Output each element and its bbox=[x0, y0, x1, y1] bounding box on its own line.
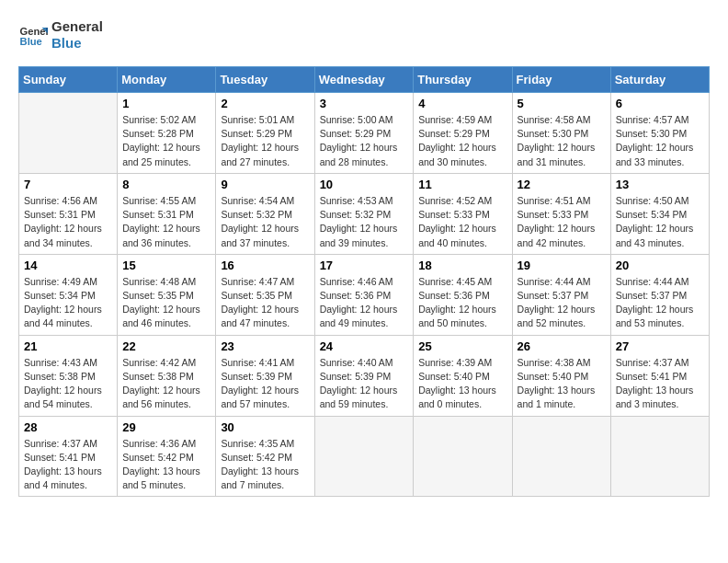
day-number: 14 bbox=[24, 259, 112, 272]
day-info: Sunrise: 4:36 AM Sunset: 5:42 PM Dayligh… bbox=[122, 437, 210, 493]
day-number: 8 bbox=[122, 178, 210, 191]
calendar-cell: 16Sunrise: 4:47 AM Sunset: 5:35 PM Dayli… bbox=[216, 254, 314, 335]
day-number: 22 bbox=[122, 339, 210, 353]
day-info: Sunrise: 4:53 AM Sunset: 5:32 PM Dayligh… bbox=[320, 194, 409, 250]
column-header-wednesday: Wednesday bbox=[314, 67, 414, 93]
day-info: Sunrise: 4:37 AM Sunset: 5:41 PM Dayligh… bbox=[616, 356, 704, 412]
calendar-cell: 10Sunrise: 4:53 AM Sunset: 5:32 PM Dayli… bbox=[314, 173, 414, 254]
calendar-cell: 7Sunrise: 4:56 AM Sunset: 5:31 PM Daylig… bbox=[19, 173, 118, 254]
day-info: Sunrise: 4:38 AM Sunset: 5:40 PM Dayligh… bbox=[518, 356, 606, 412]
day-number: 30 bbox=[221, 420, 309, 434]
day-number: 19 bbox=[518, 259, 606, 272]
day-info: Sunrise: 4:44 AM Sunset: 5:37 PM Dayligh… bbox=[616, 275, 704, 331]
column-header-tuesday: Tuesday bbox=[216, 67, 314, 93]
week-row-2: 7Sunrise: 4:56 AM Sunset: 5:31 PM Daylig… bbox=[19, 173, 710, 254]
svg-text:General: General bbox=[20, 26, 48, 37]
day-info: Sunrise: 5:01 AM Sunset: 5:29 PM Dayligh… bbox=[221, 113, 309, 169]
day-number: 16 bbox=[221, 259, 309, 272]
calendar-cell: 4Sunrise: 4:59 AM Sunset: 5:29 PM Daylig… bbox=[414, 93, 512, 174]
day-info: Sunrise: 4:55 AM Sunset: 5:31 PM Dayligh… bbox=[122, 194, 210, 250]
day-number: 13 bbox=[616, 178, 704, 191]
calendar-cell bbox=[314, 416, 414, 497]
calendar-cell: 25Sunrise: 4:39 AM Sunset: 5:40 PM Dayli… bbox=[414, 335, 512, 416]
day-info: Sunrise: 4:42 AM Sunset: 5:38 PM Dayligh… bbox=[122, 356, 210, 412]
day-number: 28 bbox=[24, 420, 112, 434]
day-info: Sunrise: 4:47 AM Sunset: 5:35 PM Dayligh… bbox=[221, 275, 309, 331]
day-info: Sunrise: 4:37 AM Sunset: 5:41 PM Dayligh… bbox=[24, 437, 112, 493]
day-info: Sunrise: 4:56 AM Sunset: 5:31 PM Dayligh… bbox=[24, 194, 112, 250]
day-info: Sunrise: 4:51 AM Sunset: 5:33 PM Dayligh… bbox=[518, 194, 606, 250]
day-info: Sunrise: 4:54 AM Sunset: 5:32 PM Dayligh… bbox=[221, 194, 309, 250]
day-number: 3 bbox=[320, 97, 409, 110]
page-header: General Blue General Blue bbox=[18, 18, 710, 52]
day-info: Sunrise: 5:00 AM Sunset: 5:29 PM Dayligh… bbox=[320, 113, 409, 169]
calendar-cell: 15Sunrise: 4:48 AM Sunset: 5:35 PM Dayli… bbox=[118, 254, 216, 335]
column-header-monday: Monday bbox=[118, 67, 216, 93]
week-row-1: 1Sunrise: 5:02 AM Sunset: 5:28 PM Daylig… bbox=[19, 93, 710, 174]
day-number: 20 bbox=[616, 259, 704, 272]
calendar-cell: 17Sunrise: 4:46 AM Sunset: 5:36 PM Dayli… bbox=[314, 254, 414, 335]
day-info: Sunrise: 4:50 AM Sunset: 5:34 PM Dayligh… bbox=[616, 194, 704, 250]
day-number: 23 bbox=[221, 339, 309, 353]
day-info: Sunrise: 4:48 AM Sunset: 5:35 PM Dayligh… bbox=[122, 275, 210, 331]
day-info: Sunrise: 4:49 AM Sunset: 5:34 PM Dayligh… bbox=[24, 275, 112, 331]
day-number: 9 bbox=[221, 178, 309, 191]
week-row-3: 14Sunrise: 4:49 AM Sunset: 5:34 PM Dayli… bbox=[19, 254, 710, 335]
day-info: Sunrise: 4:40 AM Sunset: 5:39 PM Dayligh… bbox=[320, 356, 409, 412]
calendar-cell bbox=[19, 93, 118, 174]
day-number: 5 bbox=[518, 97, 606, 110]
day-number: 25 bbox=[418, 339, 506, 353]
day-info: Sunrise: 4:39 AM Sunset: 5:40 PM Dayligh… bbox=[418, 356, 506, 412]
day-info: Sunrise: 4:44 AM Sunset: 5:37 PM Dayligh… bbox=[518, 275, 606, 331]
header-row: SundayMondayTuesdayWednesdayThursdayFrid… bbox=[19, 67, 710, 93]
day-number: 1 bbox=[122, 97, 210, 110]
calendar-cell: 11Sunrise: 4:52 AM Sunset: 5:33 PM Dayli… bbox=[414, 173, 512, 254]
day-number: 2 bbox=[221, 97, 309, 110]
calendar-cell: 18Sunrise: 4:45 AM Sunset: 5:36 PM Dayli… bbox=[414, 254, 512, 335]
day-info: Sunrise: 4:45 AM Sunset: 5:36 PM Dayligh… bbox=[418, 275, 506, 331]
day-number: 27 bbox=[616, 339, 704, 353]
day-number: 18 bbox=[418, 259, 506, 272]
calendar-cell: 9Sunrise: 4:54 AM Sunset: 5:32 PM Daylig… bbox=[216, 173, 314, 254]
calendar-cell: 20Sunrise: 4:44 AM Sunset: 5:37 PM Dayli… bbox=[610, 254, 709, 335]
calendar-cell: 12Sunrise: 4:51 AM Sunset: 5:33 PM Dayli… bbox=[512, 173, 610, 254]
day-number: 11 bbox=[418, 178, 506, 191]
logo-icon: General Blue bbox=[18, 20, 48, 50]
day-info: Sunrise: 4:59 AM Sunset: 5:29 PM Dayligh… bbox=[418, 113, 506, 169]
calendar-cell: 23Sunrise: 4:41 AM Sunset: 5:39 PM Dayli… bbox=[216, 335, 314, 416]
column-header-saturday: Saturday bbox=[610, 67, 709, 93]
day-info: Sunrise: 4:35 AM Sunset: 5:42 PM Dayligh… bbox=[221, 437, 309, 493]
day-info: Sunrise: 4:58 AM Sunset: 5:30 PM Dayligh… bbox=[518, 113, 606, 169]
svg-text:Blue: Blue bbox=[20, 36, 42, 47]
calendar-cell: 22Sunrise: 4:42 AM Sunset: 5:38 PM Dayli… bbox=[118, 335, 216, 416]
calendar-cell: 26Sunrise: 4:38 AM Sunset: 5:40 PM Dayli… bbox=[512, 335, 610, 416]
logo: General Blue General Blue bbox=[18, 18, 103, 52]
day-info: Sunrise: 4:52 AM Sunset: 5:33 PM Dayligh… bbox=[418, 194, 506, 250]
day-number: 17 bbox=[320, 259, 409, 272]
logo-general: General bbox=[51, 18, 103, 35]
column-header-sunday: Sunday bbox=[19, 67, 118, 93]
day-info: Sunrise: 4:43 AM Sunset: 5:38 PM Dayligh… bbox=[24, 356, 112, 412]
day-number: 6 bbox=[616, 97, 704, 110]
calendar-cell: 29Sunrise: 4:36 AM Sunset: 5:42 PM Dayli… bbox=[118, 416, 216, 497]
day-number: 12 bbox=[518, 178, 606, 191]
calendar-cell: 2Sunrise: 5:01 AM Sunset: 5:29 PM Daylig… bbox=[216, 93, 314, 174]
day-number: 7 bbox=[24, 178, 112, 191]
calendar-cell: 5Sunrise: 4:58 AM Sunset: 5:30 PM Daylig… bbox=[512, 93, 610, 174]
calendar-cell bbox=[414, 416, 512, 497]
day-number: 24 bbox=[320, 339, 409, 353]
day-info: Sunrise: 4:41 AM Sunset: 5:39 PM Dayligh… bbox=[221, 356, 309, 412]
week-row-4: 21Sunrise: 4:43 AM Sunset: 5:38 PM Dayli… bbox=[19, 335, 710, 416]
day-number: 21 bbox=[24, 339, 112, 353]
calendar-cell bbox=[512, 416, 610, 497]
day-number: 4 bbox=[418, 97, 506, 110]
calendar-cell bbox=[610, 416, 709, 497]
calendar-cell: 19Sunrise: 4:44 AM Sunset: 5:37 PM Dayli… bbox=[512, 254, 610, 335]
calendar-cell: 8Sunrise: 4:55 AM Sunset: 5:31 PM Daylig… bbox=[118, 173, 216, 254]
calendar-cell: 28Sunrise: 4:37 AM Sunset: 5:41 PM Dayli… bbox=[19, 416, 118, 497]
day-info: Sunrise: 4:57 AM Sunset: 5:30 PM Dayligh… bbox=[616, 113, 704, 169]
column-header-thursday: Thursday bbox=[414, 67, 512, 93]
day-info: Sunrise: 5:02 AM Sunset: 5:28 PM Dayligh… bbox=[122, 113, 210, 169]
calendar-cell: 1Sunrise: 5:02 AM Sunset: 5:28 PM Daylig… bbox=[118, 93, 216, 174]
calendar-cell: 3Sunrise: 5:00 AM Sunset: 5:29 PM Daylig… bbox=[314, 93, 414, 174]
